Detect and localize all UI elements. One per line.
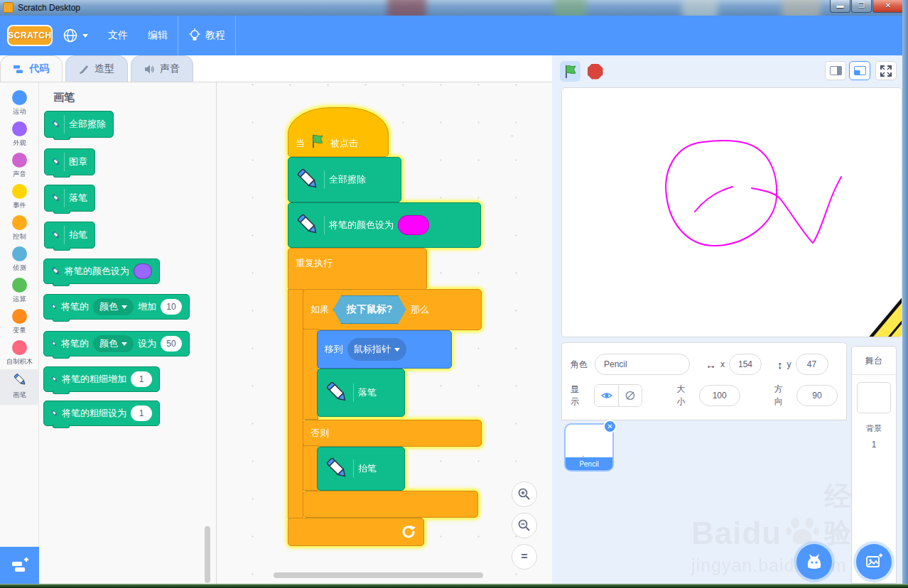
goto-target-dropdown[interactable]: 鼠标指针 [347,338,406,361]
pen-param-dropdown[interactable]: 颜色 [93,335,134,352]
category-sensing[interactable]: 侦测 [0,244,39,276]
tab-sounds[interactable]: 声音 [131,55,193,82]
show-sprite-button[interactable] [595,385,618,406]
when-flag-clicked-block[interactable]: 当 被点击 [288,107,389,157]
value-input[interactable]: 1 [131,371,152,387]
sprite-name-input[interactable] [595,354,690,375]
pencil-sprite[interactable] [809,260,902,337]
app-window: Scratch Desktop ▬ ❐ ✕ SCRATCH 文件 编辑 [0,0,908,588]
title-bar[interactable]: Scratch Desktop ▬ ❐ ✕ [0,0,908,16]
palette-set-pen-color-param-block[interactable]: 将笔的 颜色 设为 50 [43,331,190,356]
maximize-button[interactable]: ❐ [851,0,872,13]
category-dot [12,340,27,355]
baidu-watermark: Baidu 经验 jingyan.baidu.com [691,479,869,576]
category-control[interactable]: 控制 [0,213,39,244]
fullscreen-button[interactable] [875,61,897,80]
small-stage-button[interactable] [825,61,846,80]
tab-code[interactable]: 代码 [0,55,63,82]
menu-file[interactable]: 文件 [98,16,138,55]
add-backdrop-button[interactable] [856,544,892,579]
menu-edit[interactable]: 编辑 [138,16,178,55]
x-input[interactable] [729,354,762,375]
workspace-horizontal-scrollbar[interactable] [274,572,483,578]
value-input[interactable]: 1 [131,405,152,421]
goto-mouse-pointer-block[interactable]: 移到 鼠标指针 [317,330,452,369]
pen-icon [51,373,58,386]
green-flag-button[interactable] [560,61,580,82]
category-events[interactable]: 事件 [0,182,39,213]
minimize-button[interactable]: ▬ [830,0,850,13]
show-label: 显示 [571,383,587,408]
category-motion[interactable]: 运动 [0,88,39,119]
palette-change-pen-color-block[interactable]: 将笔的 颜色 增加 10 [43,294,190,320]
category-variables[interactable]: 变量 [0,307,39,338]
large-stage-button[interactable] [849,61,870,80]
y-arrow-icon: ↕ [777,359,783,371]
zoom-reset-button[interactable]: = [512,544,537,570]
palette-set-pen-size-block[interactable]: 将笔的粗细设为 1 [43,401,160,426]
category-dot [12,121,27,136]
language-selector[interactable] [53,16,98,55]
pen-icon [51,407,58,420]
size-input[interactable] [699,385,740,406]
hide-sprite-button[interactable] [618,385,642,406]
direction-input[interactable] [796,385,838,406]
add-extension-button[interactable] [0,547,39,584]
set-pen-color-block[interactable]: 将笔的颜色设为 [288,202,481,248]
pen-color-swatch[interactable] [398,215,429,235]
y-input[interactable] [796,354,828,375]
desktop-blur-decoration [682,0,718,16]
equals-icon: = [521,550,527,563]
palette-set-pen-color-block[interactable]: 将笔的颜色设为 [43,258,160,284]
mouse-down-condition[interactable]: 按下鼠标? [333,295,406,324]
palette-stamp-block[interactable]: 图章 [44,148,95,175]
eye-visible-icon [600,389,613,402]
pen-down-block[interactable]: 落笔 [317,369,405,417]
category-pen-selected[interactable]: 画笔 [0,369,39,405]
category-myblocks[interactable]: 自制积木 [0,338,39,369]
desktop-blur-decoration [782,0,821,16]
category-dot [12,153,27,168]
pen-trail-tail [752,177,841,243]
pen-icon [52,117,60,131]
stop-button[interactable] [585,61,605,82]
cat-icon [805,553,823,570]
palette-pen-up-block[interactable]: 抬笔 [44,222,95,249]
pen-drawing [562,88,902,337]
backdrop-thumbnail[interactable] [857,382,891,413]
palette-scrollbar[interactable] [205,526,210,583]
script-workspace[interactable]: 当 被点击 全部擦除 将笔的颜色设为 重复执行 如果 [217,82,552,584]
pen-color-swatch[interactable] [134,263,152,279]
category-dot [12,215,27,230]
pen-param-dropdown[interactable]: 颜色 [93,298,134,315]
add-sprite-button[interactable] [796,544,832,579]
erase-all-block[interactable]: 全部擦除 [288,157,401,202]
app-icon [3,2,13,13]
category-sound[interactable]: 声音 [0,151,39,182]
stage-canvas[interactable] [561,87,902,337]
delete-sprite-button[interactable]: ✕ [603,420,617,433]
pen-icon [52,155,60,169]
zoom-out-button[interactable] [512,513,537,538]
block-categories: 运动 外观 声音 事件 控制 侦测 运算 变量 [0,82,39,584]
close-button[interactable]: ✕ [872,0,904,13]
eye-hidden-icon [624,389,637,402]
palette-pen-down-block[interactable]: 落笔 [44,185,95,212]
menu-tutorials[interactable]: 教程 [178,16,235,55]
category-operators[interactable]: 运算 [0,276,39,307]
category-looks[interactable]: 外观 [0,119,39,151]
zoom-in-button[interactable] [512,481,537,507]
tab-costumes[interactable]: 造型 [65,55,128,82]
backdrop-count: 1 [852,440,896,450]
sprite-thumbnail-pencil[interactable]: Pencil ✕ [564,423,614,472]
value-input[interactable]: 10 [161,299,182,315]
pen-up-block[interactable]: 抬笔 [317,447,405,491]
x-label: x [720,359,725,369]
palette-change-pen-size-block[interactable]: 将笔的粗细增加 1 [43,366,160,392]
x-arrow-icon: ↔ [706,359,716,371]
if-else-block[interactable]: 如果 按下鼠标? 那么 [303,289,482,330]
value-input[interactable]: 50 [161,336,182,352]
forever-block[interactable]: 重复执行 [288,248,427,290]
palette-erase-all-block[interactable]: 全部擦除 [44,111,114,138]
fullscreen-icon [880,65,892,77]
